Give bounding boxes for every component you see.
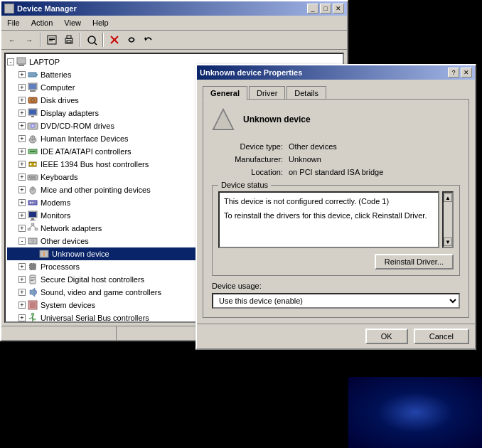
- rollback-button[interactable]: [141, 32, 156, 48]
- scan-icon: [86, 34, 97, 46]
- mice-toggle[interactable]: +: [18, 186, 26, 193]
- tab-strip: General Driver Details: [203, 85, 469, 100]
- print-button[interactable]: [61, 32, 77, 48]
- svg-rect-6: [67, 41, 71, 43]
- scan-button[interactable]: [84, 32, 100, 48]
- svg-rect-13: [18, 65, 24, 66]
- dialog-close-button[interactable]: ✕: [461, 68, 472, 78]
- svg-rect-47: [30, 202, 31, 203]
- maximize-button[interactable]: □: [320, 4, 331, 14]
- usb-toggle[interactable]: +: [18, 314, 26, 321]
- properties-button[interactable]: [44, 32, 60, 48]
- batteries-icon: [27, 69, 38, 80]
- toolbar-separator-2: [80, 33, 81, 47]
- sound-toggle[interactable]: +: [18, 289, 26, 296]
- print-icon: [63, 34, 75, 46]
- status-scrollbar[interactable]: ▲ ▼: [442, 191, 454, 248]
- svg-line-8: [95, 43, 97, 45]
- scroll-up-button[interactable]: ▲: [444, 193, 452, 202]
- update-icon: [126, 34, 137, 46]
- svg-marker-11: [144, 37, 146, 41]
- menu-file[interactable]: File: [4, 17, 23, 28]
- forward-button[interactable]: →: [21, 32, 37, 48]
- tab-driver[interactable]: Driver: [249, 86, 285, 100]
- svg-point-22: [32, 100, 33, 101]
- keyboard-icon: [27, 171, 38, 183]
- svg-rect-73: [31, 277, 35, 278]
- ide-label: IDE ATA/ATAPI controllers: [41, 147, 132, 156]
- device-type-label: Device type:: [212, 142, 283, 151]
- status-text-container: This device is not configured correctly.…: [218, 191, 454, 248]
- computer-toggle[interactable]: +: [18, 84, 26, 91]
- svg-rect-40: [33, 176, 35, 178]
- rollback-icon: [143, 34, 154, 46]
- minimize-button[interactable]: _: [307, 4, 318, 14]
- manufacturer-row: Manufacturer: Unknown: [212, 155, 460, 164]
- disk-toggle[interactable]: +: [18, 97, 26, 104]
- sd-toggle[interactable]: +: [18, 276, 26, 283]
- ieee-icon: [27, 159, 38, 170]
- close-button[interactable]: ✕: [333, 4, 344, 14]
- svg-rect-82: [29, 318, 31, 319]
- svg-rect-71: [33, 270, 34, 270]
- manufacturer-value: Unknown: [289, 155, 321, 164]
- svg-rect-52: [30, 220, 36, 220]
- cancel-button[interactable]: Cancel: [414, 329, 469, 344]
- menu-action[interactable]: Action: [28, 17, 56, 28]
- menu-view[interactable]: View: [61, 17, 84, 28]
- device-icon-large: [212, 108, 235, 131]
- sd-icon: [27, 274, 38, 285]
- network-label: Network adapters: [41, 224, 102, 233]
- modems-toggle[interactable]: +: [18, 199, 26, 206]
- system-toggle[interactable]: +: [18, 302, 26, 309]
- hid-toggle[interactable]: +: [18, 135, 26, 142]
- device-usage-select[interactable]: Use this device (enable)Do not use this …: [212, 293, 460, 309]
- location-value: on PCI standard ISA bridge: [289, 168, 383, 176]
- back-button[interactable]: ←: [4, 32, 20, 48]
- display-toggle[interactable]: +: [18, 110, 26, 117]
- properties-icon: [46, 34, 58, 46]
- svg-rect-15: [28, 73, 36, 77]
- processors-toggle[interactable]: +: [18, 263, 26, 270]
- update-button[interactable]: [124, 32, 139, 48]
- menu-help[interactable]: Help: [90, 17, 112, 28]
- svg-rect-38: [29, 176, 31, 178]
- ok-button[interactable]: OK: [365, 329, 408, 344]
- network-icon: [27, 223, 38, 234]
- reinstall-driver-button[interactable]: Reinstall Driver...: [375, 254, 454, 270]
- svg-rect-64: [29, 265, 30, 266]
- svg-line-57: [33, 225, 36, 228]
- tab-general[interactable]: General: [203, 86, 247, 100]
- svg-rect-1: [49, 38, 55, 38]
- disk-icon: [27, 95, 38, 106]
- uninstall-button[interactable]: [107, 32, 122, 48]
- batteries-label: Batteries: [41, 70, 71, 79]
- monitors-toggle[interactable]: +: [18, 212, 26, 219]
- ieee-toggle[interactable]: +: [18, 161, 26, 168]
- other-toggle[interactable]: -: [18, 238, 26, 245]
- network-toggle[interactable]: +: [18, 225, 26, 232]
- toolbar: ← →: [1, 31, 347, 50]
- title-bar-left: Device Manager: [4, 4, 77, 14]
- tab-details[interactable]: Details: [286, 86, 326, 100]
- disk-label: Disk drives: [41, 96, 79, 105]
- svg-rect-65: [29, 267, 30, 268]
- svg-rect-67: [36, 267, 36, 268]
- scroll-down-button[interactable]: ▼: [444, 238, 452, 246]
- dialog-title: Unknown device Properties: [200, 68, 302, 77]
- svg-point-36: [34, 164, 36, 166]
- toolbar-separator-3: [102, 33, 104, 47]
- dialog-controls: ? ✕: [448, 68, 472, 78]
- dialog-help-button[interactable]: ?: [448, 68, 459, 78]
- svg-rect-5: [67, 36, 71, 38]
- dvd-toggle[interactable]: +: [18, 122, 26, 129]
- root-toggle[interactable]: -: [7, 58, 14, 65]
- svg-rect-19: [30, 90, 36, 92]
- svg-rect-18: [29, 84, 36, 89]
- svg-rect-75: [31, 280, 33, 281]
- keyboards-toggle[interactable]: +: [18, 174, 26, 181]
- svg-rect-54: [28, 228, 31, 230]
- svg-rect-16: [36, 74, 38, 75]
- batteries-toggle[interactable]: +: [18, 71, 26, 78]
- ide-toggle[interactable]: +: [18, 148, 26, 155]
